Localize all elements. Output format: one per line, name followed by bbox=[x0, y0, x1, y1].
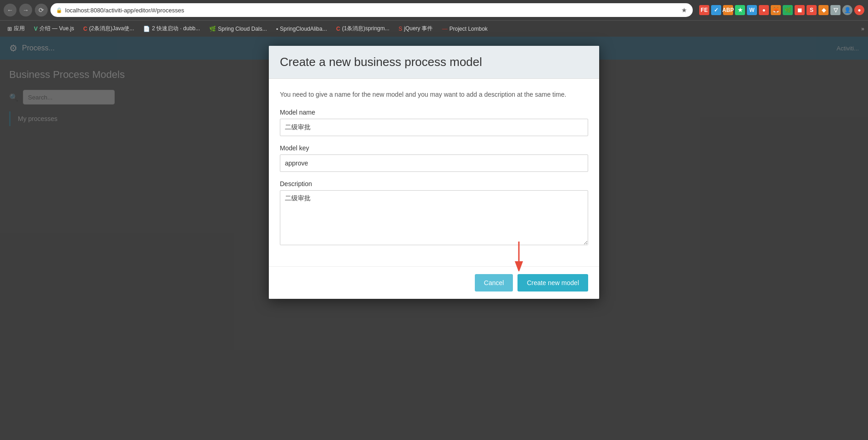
modal-dialog: Create a new business process model You … bbox=[269, 46, 599, 299]
dubbo-icon: 📄 bbox=[143, 26, 150, 32]
lombok-icon: — bbox=[442, 26, 447, 32]
bookmark-apps[interactable]: ⊞ 应用 bbox=[4, 23, 28, 34]
model-key-input[interactable] bbox=[280, 154, 588, 172]
arrow-annotation bbox=[505, 239, 533, 273]
ext-icon-4[interactable]: ★ bbox=[735, 5, 745, 15]
model-key-label: Model key bbox=[280, 144, 588, 152]
model-key-group: Model key bbox=[280, 144, 588, 172]
reload-button[interactable]: ⟳ bbox=[35, 4, 48, 16]
ext-icon-11[interactable]: ◆ bbox=[818, 5, 829, 15]
modal-description: You need to give a name for the new mode… bbox=[280, 90, 588, 99]
browser-chrome: ← → ⟳ 🔒 localhost:8080/activiti-app/edit… bbox=[0, 0, 868, 37]
user-avatar[interactable]: 👤 bbox=[842, 5, 852, 15]
more-bookmarks[interactable]: » bbox=[861, 26, 864, 32]
bookmark-star-icon: ★ bbox=[681, 6, 687, 14]
bookmark-lombok[interactable]: — Project Lombok bbox=[438, 24, 491, 34]
description-group: Description 二级审批 bbox=[280, 180, 588, 247]
bookmark-vue[interactable]: V 介绍 — Vue.js bbox=[30, 23, 78, 34]
ext-icon-red[interactable]: ● bbox=[854, 5, 864, 15]
back-button[interactable]: ← bbox=[4, 4, 17, 16]
ext-icon-2[interactable]: ✓ bbox=[711, 5, 721, 15]
modal-body: You need to give a name for the new mode… bbox=[269, 79, 599, 266]
ext-icon-1[interactable]: FE bbox=[699, 5, 709, 15]
csdn2-icon: C bbox=[336, 26, 340, 32]
browser-extensions: FE ✓ ABP ★ W ● 🦊 🌿 ◼ S ◆ ▽ 👤 ● bbox=[699, 5, 864, 15]
forward-button[interactable]: → bbox=[19, 4, 32, 16]
jquery-icon: S bbox=[399, 26, 402, 32]
bookmark-spring-cloud[interactable]: 🌿 Spring Cloud Dals... bbox=[206, 24, 271, 34]
vue-icon: V bbox=[34, 26, 38, 32]
bookmark-jquery[interactable]: S jQuery 事件 bbox=[395, 23, 437, 34]
ext-icon-3[interactable]: ABP bbox=[723, 5, 733, 15]
model-name-label: Model name bbox=[280, 109, 588, 116]
description-textarea[interactable]: 二级审批 bbox=[280, 190, 588, 245]
spring-icon: 🌿 bbox=[209, 26, 216, 32]
browser-toolbar: ← → ⟳ 🔒 localhost:8080/activiti-app/edit… bbox=[0, 0, 868, 20]
modal-overlay: Create a new business process model You … bbox=[0, 37, 868, 440]
ext-icon-10[interactable]: S bbox=[807, 5, 817, 15]
create-new-model-button[interactable]: Create new model bbox=[517, 274, 588, 292]
model-name-group: Model name bbox=[280, 109, 588, 136]
ext-icon-9[interactable]: ◼ bbox=[795, 5, 805, 15]
apps-icon: ⊞ bbox=[7, 26, 12, 32]
ext-icon-8[interactable]: 🌿 bbox=[783, 5, 793, 15]
model-name-input[interactable] bbox=[280, 119, 588, 136]
ext-icon-12[interactable]: ▽ bbox=[830, 5, 840, 15]
ext-icon-6[interactable]: ● bbox=[759, 5, 769, 15]
csdn-icon: C bbox=[83, 26, 88, 32]
cancel-button[interactable]: Cancel bbox=[475, 274, 513, 292]
modal-header: Create a new business process model bbox=[269, 46, 599, 79]
url-text: localhost:8080/activiti-app/editor/#/pro… bbox=[65, 7, 679, 14]
lock-icon: 🔒 bbox=[56, 7, 62, 13]
ext-icon-5[interactable]: W bbox=[747, 5, 757, 15]
modal-title: Create a new business process model bbox=[280, 55, 588, 69]
bookmark-springm[interactable]: C (1条消息)springm... bbox=[333, 23, 393, 34]
alibaba-icon: ▪ bbox=[276, 26, 278, 32]
bookmark-alibaba[interactable]: ▪ SpringCloudAliba... bbox=[273, 24, 331, 34]
modal-footer: Cancel Create new model bbox=[269, 266, 599, 299]
ext-icon-7[interactable]: 🦊 bbox=[771, 5, 781, 15]
description-label: Description bbox=[280, 180, 588, 187]
bookmark-dubbo[interactable]: 📄 2 快速启动 · dubb... bbox=[139, 23, 204, 34]
bookmark-java[interactable]: C (2条消息)Java使... bbox=[80, 23, 138, 34]
bookmarks-bar: ⊞ 应用 V 介绍 — Vue.js C (2条消息)Java使... 📄 2 … bbox=[0, 20, 868, 37]
address-bar[interactable]: 🔒 localhost:8080/activiti-app/editor/#/p… bbox=[50, 3, 693, 17]
